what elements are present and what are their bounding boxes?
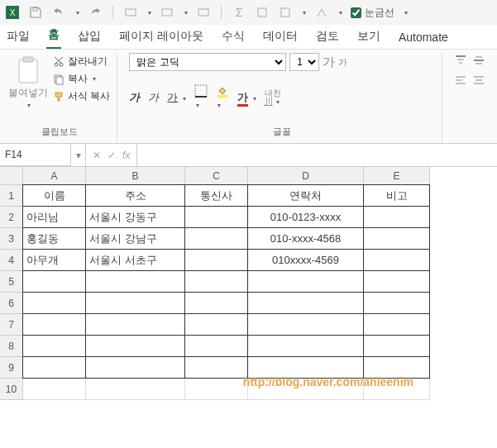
format-painter-button[interactable]: 서식 복사 bbox=[53, 89, 110, 103]
qat-item-icon[interactable] bbox=[255, 5, 270, 20]
underline-button[interactable]: 가 bbox=[167, 91, 178, 103]
border-drop-icon[interactable]: ▾ bbox=[196, 102, 199, 109]
redo-icon[interactable] bbox=[88, 5, 103, 20]
save-icon[interactable] bbox=[28, 5, 43, 20]
align-top-icon[interactable] bbox=[454, 55, 467, 66]
col-header-E[interactable]: E bbox=[364, 167, 430, 185]
row-header-8[interactable]: 8 bbox=[0, 336, 23, 357]
row-header-4[interactable]: 4 bbox=[0, 250, 23, 271]
cell[interactable] bbox=[22, 356, 86, 379]
tab-삽입[interactable]: 삽입 bbox=[76, 24, 103, 49]
cell[interactable] bbox=[247, 292, 364, 314]
cell[interactable]: 010xxxx-4569 bbox=[247, 249, 364, 271]
formula-input[interactable] bbox=[137, 144, 497, 166]
cell[interactable] bbox=[22, 270, 86, 293]
tab-페이지 레이아웃[interactable]: 페이지 레이아웃 bbox=[117, 24, 205, 49]
cancel-icon[interactable]: ✕ bbox=[93, 150, 101, 161]
drop-icon[interactable]: ▾ bbox=[339, 9, 342, 17]
cell[interactable]: 서울시 강동구 bbox=[85, 206, 185, 228]
cell[interactable] bbox=[184, 227, 248, 250]
cell[interactable] bbox=[247, 313, 364, 336]
cell[interactable] bbox=[85, 313, 185, 336]
cell[interactable] bbox=[85, 335, 185, 357]
italic-button[interactable]: 가 bbox=[148, 90, 159, 105]
cell[interactable] bbox=[363, 292, 430, 314]
hanja-drop-icon[interactable]: ▾ bbox=[276, 98, 280, 106]
increase-font-button[interactable]: 가 bbox=[323, 55, 335, 70]
cell[interactable] bbox=[184, 249, 248, 271]
cell[interactable]: 아무개 bbox=[22, 249, 86, 271]
cell[interactable] bbox=[363, 249, 430, 271]
tab-보기[interactable]: 보기 bbox=[356, 24, 382, 49]
cell[interactable] bbox=[86, 379, 185, 400]
paste-drop-icon[interactable]: ▾ bbox=[27, 102, 31, 109]
cell[interactable] bbox=[22, 292, 86, 314]
name-box[interactable]: F14 bbox=[0, 144, 71, 166]
qat-item-icon[interactable] bbox=[314, 5, 329, 20]
drop-icon[interactable]: ▾ bbox=[303, 9, 306, 17]
align-center-icon[interactable] bbox=[472, 74, 485, 86]
tab-파일[interactable]: 파일 bbox=[5, 24, 31, 49]
cell[interactable] bbox=[85, 356, 185, 379]
row-header-9[interactable]: 9 bbox=[0, 357, 23, 379]
cell[interactable]: 서울시 강남구 bbox=[85, 227, 185, 250]
cell[interactable] bbox=[184, 206, 248, 228]
cell[interactable]: 010-0123-xxxx bbox=[247, 206, 364, 228]
cell[interactable] bbox=[184, 292, 248, 314]
cell[interactable]: 010-xxxx-4568 bbox=[247, 227, 364, 250]
qat-item-icon[interactable] bbox=[278, 5, 293, 20]
row-header-3[interactable]: 3 bbox=[0, 228, 23, 250]
row-header-10[interactable]: 10 bbox=[0, 379, 23, 400]
cell[interactable] bbox=[184, 356, 248, 379]
name-box-drop-icon[interactable]: ▾ bbox=[71, 144, 86, 166]
border-button[interactable]: ▾ bbox=[194, 84, 208, 110]
drop-icon[interactable]: ▾ bbox=[148, 9, 151, 17]
gridlines-checkbox[interactable] bbox=[351, 7, 361, 18]
cell[interactable]: 아리님 bbox=[22, 206, 86, 228]
cell-grid[interactable]: 이름주소통신사연락처비고아리님서울시 강동구010-0123-xxxx홍길동서울… bbox=[23, 185, 430, 400]
col-header-D[interactable]: D bbox=[248, 167, 364, 185]
cell[interactable] bbox=[22, 335, 86, 357]
fx-icon[interactable]: fx bbox=[122, 150, 130, 161]
row-header-6[interactable]: 6 bbox=[0, 293, 23, 314]
cell[interactable] bbox=[85, 270, 185, 293]
cell[interactable]: 통신사 bbox=[184, 184, 248, 207]
cell[interactable] bbox=[363, 206, 430, 228]
align-left-icon[interactable] bbox=[454, 74, 467, 86]
cell[interactable]: 주소 bbox=[85, 184, 185, 207]
qat-item-icon[interactable] bbox=[123, 5, 138, 20]
cell[interactable] bbox=[184, 335, 248, 357]
row-header-5[interactable]: 5 bbox=[0, 271, 23, 293]
cell[interactable] bbox=[184, 270, 248, 293]
cell[interactable] bbox=[363, 227, 430, 250]
cell[interactable]: 비고 bbox=[363, 184, 430, 207]
font-color-button[interactable]: 가 ▾ bbox=[237, 90, 256, 105]
cell[interactable]: 홍길동 bbox=[22, 227, 86, 250]
cell[interactable]: 연락처 bbox=[247, 184, 364, 207]
drop-icon[interactable]: ▾ bbox=[404, 9, 408, 17]
align-middle-icon[interactable] bbox=[472, 55, 485, 66]
col-header-C[interactable]: C bbox=[185, 167, 248, 185]
undo-icon[interactable] bbox=[51, 5, 66, 20]
cell[interactable] bbox=[363, 335, 430, 357]
font-name-select[interactable]: 맑은 고딕 bbox=[129, 53, 286, 71]
col-header-B[interactable]: B bbox=[86, 167, 185, 185]
decrease-font-button[interactable]: 가 bbox=[338, 56, 347, 69]
cell[interactable] bbox=[247, 270, 364, 293]
cell[interactable] bbox=[363, 270, 430, 293]
tab-데이터[interactable]: 데이터 bbox=[261, 24, 299, 49]
row-header-1[interactable]: 1 bbox=[0, 185, 23, 207]
gridlines-toggle[interactable]: 눈금선 bbox=[351, 6, 394, 20]
copy-button[interactable]: 복사 ▾ bbox=[53, 72, 110, 86]
font-color-drop-icon[interactable]: ▾ bbox=[253, 95, 256, 102]
tab-수식[interactable]: 수식 bbox=[220, 24, 246, 49]
drop-icon[interactable]: ▾ bbox=[184, 9, 188, 17]
bold-button[interactable]: 가 bbox=[129, 90, 140, 105]
qat-item-icon[interactable] bbox=[196, 5, 211, 20]
fill-drop-icon[interactable]: ▾ bbox=[217, 102, 221, 109]
copy-drop-icon[interactable]: ▾ bbox=[93, 75, 96, 83]
cell[interactable] bbox=[184, 313, 248, 336]
cell[interactable]: 서울시 서초구 bbox=[85, 249, 185, 271]
cell[interactable]: 이름 bbox=[22, 184, 86, 207]
select-all-corner[interactable] bbox=[0, 167, 23, 185]
